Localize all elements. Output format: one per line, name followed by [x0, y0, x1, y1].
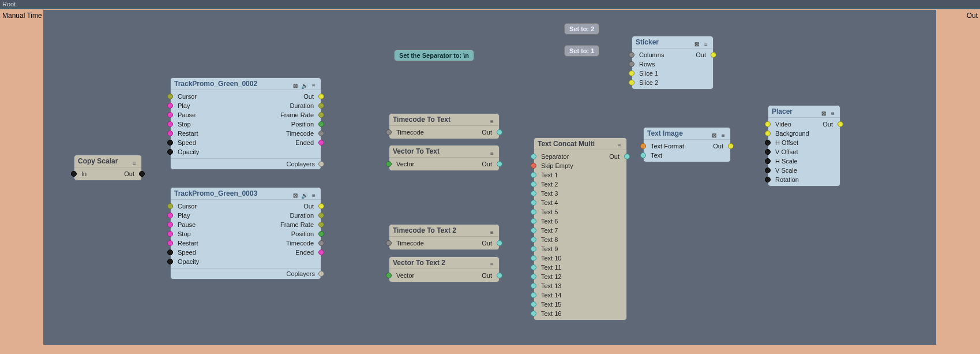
port-skip-empty[interactable] [531, 163, 536, 169]
sound-icon[interactable]: 🔊 [301, 80, 308, 87]
port-out[interactable] [728, 143, 734, 149]
port-text-2[interactable] [531, 181, 536, 187]
anno-separator[interactable]: Set the Separator to: \n [394, 50, 474, 61]
port-speed[interactable] [167, 249, 173, 255]
menu-icon[interactable]: ≡ [703, 39, 709, 46]
port-text-1[interactable] [531, 172, 536, 178]
port-coplayers[interactable] [318, 271, 324, 277]
port-text-5[interactable] [531, 209, 536, 215]
port-opacity[interactable] [167, 259, 173, 264]
node-track1[interactable]: TrackPromo_Green_0002 ⊠ 🔊 ≡ CursorOutPla… [170, 77, 321, 170]
port-text-4[interactable] [531, 200, 536, 206]
port-out[interactable] [497, 129, 502, 135]
port-in[interactable] [386, 273, 392, 278]
node-text-concat-multi[interactable]: Text Concat Multi≡ SeparatorOutSkip Empt… [534, 137, 627, 321]
port-out[interactable] [624, 154, 630, 159]
port-in[interactable] [71, 171, 77, 177]
port-text-15[interactable] [531, 301, 536, 307]
node-vector-to-text[interactable]: Vector To Text≡ Vector Out [389, 145, 500, 171]
port-cursor[interactable] [167, 203, 173, 209]
menu-icon[interactable]: ≡ [720, 130, 727, 137]
port-opacity[interactable] [167, 149, 173, 155]
menu-icon[interactable]: ≡ [489, 259, 495, 266]
close-icon[interactable]: ⊠ [292, 190, 299, 197]
port-pause[interactable] [167, 222, 173, 228]
port-text-format[interactable] [640, 143, 646, 149]
port-video[interactable] [765, 121, 771, 127]
port-separator[interactable] [531, 154, 536, 159]
menu-icon[interactable]: ≡ [489, 116, 495, 123]
node-timecode-to-text[interactable]: Timecode To Text≡ Timecode Out [389, 113, 500, 139]
port-text-14[interactable] [531, 292, 536, 298]
port-h-offset[interactable] [765, 140, 771, 146]
port-rows[interactable] [629, 61, 634, 67]
port-text-13[interactable] [531, 283, 536, 289]
anno-rows[interactable]: Set to: 1 [564, 45, 599, 57]
node-vector-to-text-2[interactable]: Vector To Text 2≡ Vector Out [389, 256, 500, 282]
port-text-9[interactable] [531, 246, 536, 252]
port-play[interactable] [167, 103, 173, 109]
port-timecode[interactable] [318, 131, 324, 136]
menu-icon[interactable]: ≡ [489, 148, 495, 155]
node-placer[interactable]: Placer ⊠≡ VideoOutBackgroundH OffsetV Of… [768, 105, 840, 187]
port-ended[interactable] [318, 140, 324, 146]
port-out[interactable] [318, 94, 324, 99]
node-timecode-to-text-2[interactable]: Timecode To Text 2≡ Timecode Out [389, 224, 500, 250]
port-text-11[interactable] [531, 264, 536, 270]
port-out[interactable] [497, 273, 502, 278]
port-background[interactable] [765, 131, 771, 136]
port-frame-rate[interactable] [318, 222, 324, 228]
menu-icon[interactable]: ≡ [829, 108, 836, 115]
port-in[interactable] [386, 129, 392, 135]
node-text-image[interactable]: Text Image ⊠≡ Text Format Out Text [643, 127, 731, 162]
port-h-scale[interactable] [765, 158, 771, 164]
port-play[interactable] [167, 213, 173, 218]
port-stop[interactable] [167, 231, 173, 237]
node-track2[interactable]: TrackPromo_Green_0003 ⊠ 🔊 ≡ CursorOutPla… [170, 187, 321, 280]
close-icon[interactable]: ⊠ [711, 130, 718, 137]
close-icon[interactable]: ⊠ [820, 108, 827, 115]
menu-icon[interactable]: ≡ [489, 227, 495, 234]
port-slice-2[interactable] [629, 80, 634, 85]
port-text-10[interactable] [531, 255, 536, 261]
port-in[interactable] [386, 161, 392, 167]
anno-columns[interactable]: Set to: 2 [564, 23, 599, 35]
menu-icon[interactable]: ≡ [310, 80, 317, 87]
port-speed[interactable] [167, 140, 173, 146]
port-duration[interactable] [318, 213, 324, 218]
node-sticker[interactable]: Sticker ⊠≡ ColumnsOutRowsSlice 1Slice 2 [632, 36, 714, 90]
port-position[interactable] [318, 231, 324, 237]
port-out[interactable] [838, 121, 843, 127]
port-rotation[interactable] [765, 177, 771, 182]
port-duration[interactable] [318, 103, 324, 109]
port-in[interactable] [386, 240, 392, 246]
port-out[interactable] [711, 52, 716, 58]
port-ended[interactable] [318, 249, 324, 255]
port-restart[interactable] [167, 131, 173, 136]
port-text-6[interactable] [531, 218, 536, 224]
port-out[interactable] [497, 161, 502, 167]
menu-icon[interactable]: ≡ [310, 190, 317, 197]
sound-icon[interactable]: 🔊 [301, 190, 308, 197]
port-slice-1[interactable] [629, 70, 634, 76]
port-out[interactable] [497, 240, 502, 246]
port-out[interactable] [318, 203, 324, 209]
menu-icon[interactable]: ≡ [616, 140, 623, 147]
port-text-12[interactable] [531, 274, 536, 280]
port-timecode[interactable] [318, 240, 324, 246]
port-text-16[interactable] [531, 311, 536, 316]
port-cursor[interactable] [167, 94, 173, 99]
close-icon[interactable]: ⊠ [693, 39, 700, 46]
close-icon[interactable]: ⊠ [292, 80, 299, 87]
port-v-offset[interactable] [765, 149, 771, 155]
port-frame-rate[interactable] [318, 112, 324, 118]
port-text-3[interactable] [531, 191, 536, 196]
port-text-7[interactable] [531, 228, 536, 233]
port-position[interactable] [318, 121, 324, 127]
port-pause[interactable] [167, 112, 173, 118]
menu-icon[interactable]: ≡ [131, 158, 138, 165]
port-out[interactable] [139, 171, 145, 177]
port-restart[interactable] [167, 240, 173, 246]
port-text[interactable] [640, 152, 646, 158]
port-stop[interactable] [167, 121, 173, 127]
